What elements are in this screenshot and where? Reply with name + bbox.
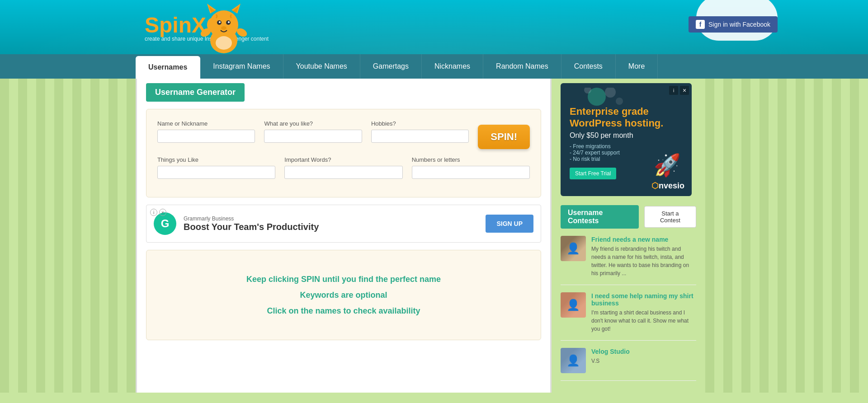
hobbies-input[interactable] [371,130,469,143]
contest-title-1[interactable]: Friend needs a new name [591,236,696,243]
contest-desc-1: My friend is rebranding his twitch and n… [591,245,696,277]
left-panel [0,79,136,393]
hobbies-label: Hobbies? [371,120,469,127]
content-area: Username Generator Name or Nickname What… [136,79,552,393]
words-input[interactable] [284,166,402,179]
contest-avatar-1: 👤 [561,236,586,261]
ad-features: Free migrations 24/7 expert support No r… [570,143,683,162]
nav-item-usernames[interactable]: Usernames [136,56,200,79]
contest-title-3[interactable]: Velog Studio [591,348,696,355]
form-group-words: Important Words? [284,156,402,179]
words-label: Important Words? [284,156,402,163]
nav-item-instagram[interactable]: Instagram Names [200,54,283,79]
contest-avatar-3: 👤 [561,348,586,373]
form-group-hobbies: Hobbies? [371,120,469,143]
header: SpinXO create and share unique Instant M… [0,0,868,54]
contest-info-1: Friend needs a new name My friend is reb… [591,236,696,277]
nav-item-random[interactable]: Random Names [483,54,561,79]
contest-item-1: 👤 Friend needs a new name My friend is r… [561,236,696,285]
ad-feature-2: 24/7 expert support [570,150,683,156]
right-panel [705,79,868,393]
grammarly-company: Grammarly Business [184,216,478,222]
results-line2: Keywords are optional [300,291,387,300]
form-group-name: Name or Nickname [157,120,255,143]
spin-button[interactable]: SPIN! [478,125,530,149]
svg-point-8 [219,21,221,23]
contest-title-2[interactable]: I need some help naming my shirt busines… [591,292,696,307]
contest-info-3: Velog Studio V.S [591,348,696,373]
main-wrapper: Username Generator Name or Nickname What… [0,79,868,393]
contest-desc-3: V.S [591,357,696,365]
nav-item-gamertags[interactable]: Gamertags [360,54,422,79]
grammarly-signup-button[interactable]: SIGN UP [486,215,533,233]
like-input[interactable] [264,130,362,143]
nav-item-youtube[interactable]: Youtube Names [283,54,360,79]
grammarly-ad: i × G Grammarly Business Boost Your Team… [146,205,541,243]
form-group-numbers: Numbers or letters [412,156,530,179]
navigation: Usernames Instagram Names Youtube Names … [0,54,868,79]
svg-point-10 [221,26,226,30]
nav-item-contests[interactable]: Contests [561,54,616,79]
form-group-things: Things you Like [157,156,275,179]
facebook-signin-button[interactable]: f Sign in with Facebook [689,16,778,33]
numbers-label: Numbers or letters [412,156,530,163]
sidebar-area: i × Enterprise gradeWordPress hosting. O… [552,79,705,393]
results-line3: Click on the names to check availability [267,306,420,316]
form-row-2: Things you Like Important Words? Numbers… [157,156,530,179]
contest-item-2: 👤 I need some help naming my shirt busin… [561,292,696,341]
ad-price: Only $50 per month [570,131,683,140]
results-line1: Keep clicking SPIN until you find the pe… [246,275,441,284]
ad-headline: Enterprise gradeWordPress hosting. [570,106,683,130]
svg-point-9 [228,21,230,23]
numbers-input[interactable] [412,166,530,179]
ad-feature-1: Free migrations [570,143,683,150]
grammarly-headline: Boost Your Team's Productivity [184,222,478,232]
ad-controls: i × [150,209,166,216]
form-row-1: Name or Nickname What are you like? Hobb… [157,120,530,149]
nav-item-nicknames[interactable]: Nicknames [422,54,483,79]
svg-point-13 [216,36,232,50]
contest-avatar-2: 👤 [561,292,586,318]
form-group-like: What are you like? [264,120,362,143]
start-contest-button[interactable]: Start a Contest [644,206,696,228]
results-area: Keep clicking SPIN until you find the pe… [146,250,541,340]
ad-feature-3: No risk trial [570,156,683,162]
ad-close-icon[interactable]: × [159,209,166,216]
like-label: What are you like? [264,120,362,127]
ad-start-free-trial[interactable]: Start Free Trial [570,168,616,179]
contest-item-3: 👤 Velog Studio V.S [561,348,696,381]
things-label: Things you Like [157,156,275,163]
contests-header: Username Contests Start a Contest [561,205,696,229]
contests-title: Username Contests [561,205,639,229]
contest-info-2: I need some help naming my shirt busines… [591,292,696,333]
ad-info-icon[interactable]: i [150,209,157,216]
name-label: Name or Nickname [157,120,255,127]
things-input[interactable] [157,166,275,179]
svg-point-1 [209,10,238,39]
tiger-mascot [199,0,249,54]
facebook-icon: f [696,20,705,29]
name-input[interactable] [157,130,255,143]
generator-title: Username Generator [146,83,245,102]
nav-item-more[interactable]: More [616,54,658,79]
generator-box: Name or Nickname What are you like? Hobb… [146,109,541,197]
grammarly-text: Grammarly Business Boost Your Team's Pro… [184,216,478,232]
convesio-ad-banner: i × Enterprise gradeWordPress hosting. O… [561,83,692,196]
contest-desc-2: I'm starting a shirt decal business and … [591,309,696,333]
